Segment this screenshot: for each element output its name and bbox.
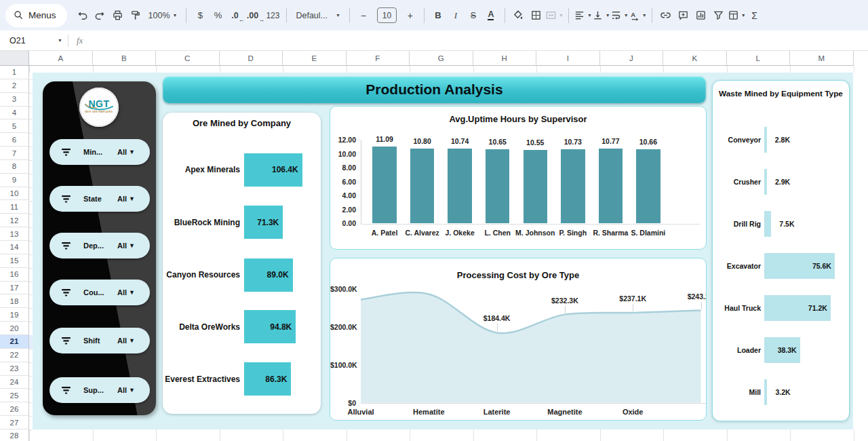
column-header-M[interactable]: M xyxy=(790,51,854,66)
row-header-2[interactable]: 2 xyxy=(0,79,29,93)
horizontal-align-button[interactable]: ▼ xyxy=(574,6,592,25)
font-family-select[interactable]: Defaul...▼ xyxy=(292,11,344,20)
waste-mined-chart[interactable]: Waste Mined by Equipment Type Conveyor 2… xyxy=(712,80,850,421)
x-axis-label: J. Okeke xyxy=(438,229,481,237)
area-series xyxy=(330,258,707,421)
column-header-L[interactable]: L xyxy=(727,51,791,66)
row-header-26[interactable]: 26 xyxy=(0,402,29,416)
row-header-6[interactable]: 6 xyxy=(0,133,29,147)
row-header-25[interactable]: 25 xyxy=(0,389,29,402)
row-header-4[interactable]: 4 xyxy=(0,107,29,120)
row-header-11[interactable]: 11 xyxy=(0,201,29,214)
row-header-5[interactable]: 5 xyxy=(0,119,29,133)
ore-mined-chart[interactable]: Ore Mined by Company Apex Minerals 106.4… xyxy=(163,113,321,414)
chart-title: Ore Mined by Company xyxy=(163,118,321,128)
column-header-K[interactable]: K xyxy=(663,51,727,66)
text-color-button[interactable]: A xyxy=(482,6,500,25)
row-header-19[interactable]: 19 xyxy=(0,308,29,322)
insert-link-button[interactable] xyxy=(657,6,675,25)
column-header-B[interactable]: B xyxy=(93,51,157,66)
filter-slicer-min[interactable]: Min... All ▼ xyxy=(50,139,150,165)
row-header-1[interactable]: 1 xyxy=(0,66,29,79)
column-header-G[interactable]: G xyxy=(410,51,473,66)
row-header-28[interactable]: 28 xyxy=(0,429,29,441)
column-header-E[interactable]: E xyxy=(283,51,347,66)
column-header-I[interactable]: I xyxy=(536,51,600,66)
fill-color-button[interactable] xyxy=(510,6,528,25)
font-size-input[interactable]: 10 xyxy=(377,7,397,23)
filter-slicer-dep[interactable]: Dep... All ▼ xyxy=(50,233,150,258)
print-button[interactable] xyxy=(109,6,127,25)
table-views-button[interactable]: ▼ xyxy=(728,6,746,25)
bar xyxy=(372,147,397,224)
create-filter-button[interactable] xyxy=(710,6,728,25)
paint-format-button[interactable] xyxy=(127,6,144,25)
select-all-corner[interactable] xyxy=(0,51,29,66)
column-header-J[interactable]: J xyxy=(600,51,664,66)
row-header-14[interactable]: 14 xyxy=(0,241,29,254)
row-header-12[interactable]: 12 xyxy=(0,214,29,227)
insert-chart-button[interactable] xyxy=(692,6,710,25)
format-percent-button[interactable]: % xyxy=(209,6,226,25)
row-header-10[interactable]: 10 xyxy=(0,187,29,201)
filter-slicer-sup[interactable]: Sup... All ▼ xyxy=(50,377,150,403)
italic-button[interactable]: I xyxy=(447,6,465,25)
row-header-21[interactable]: 21 xyxy=(0,335,29,349)
row-header-23[interactable]: 23 xyxy=(0,362,29,376)
insert-comment-button[interactable] xyxy=(675,6,692,25)
filter-label: State xyxy=(83,195,116,203)
x-axis-label: Hematite xyxy=(405,408,452,416)
bold-button[interactable]: B xyxy=(429,6,447,25)
undo-button[interactable] xyxy=(74,6,92,25)
uptime-chart[interactable]: Avg.Uptime Hours by Supervisor 12.0010.0… xyxy=(330,106,707,250)
row-header-7[interactable]: 7 xyxy=(0,147,29,160)
column-header-C[interactable]: C xyxy=(156,51,220,66)
x-axis-label: S. Dlamini xyxy=(627,229,670,237)
filter-slicer-shift[interactable]: Shift All ▼ xyxy=(50,328,150,353)
text-rotation-button[interactable]: A▼ xyxy=(629,6,647,25)
row-header-18[interactable]: 18 xyxy=(0,294,29,308)
column-header-D[interactable]: D xyxy=(220,51,283,66)
decrease-font-size-button[interactable]: − xyxy=(355,6,372,25)
row-header-16[interactable]: 16 xyxy=(0,268,29,282)
strikethrough-button[interactable]: S xyxy=(465,6,482,25)
chevron-down-icon: ▼ xyxy=(587,13,592,18)
increase-font-size-button[interactable]: + xyxy=(401,6,419,25)
row-header-17[interactable]: 17 xyxy=(0,282,29,295)
filter-slicer-cou[interactable]: Cou... All ▼ xyxy=(50,280,150,305)
filter-value: All xyxy=(117,288,127,296)
chevron-down-icon: ▼ xyxy=(129,337,135,344)
menus-button[interactable]: Menus xyxy=(5,4,67,27)
row-header-15[interactable]: 15 xyxy=(0,254,29,268)
column-header-F[interactable]: F xyxy=(347,51,410,66)
format-currency-button[interactable]: $ xyxy=(191,6,209,25)
row-header-8[interactable]: 8 xyxy=(0,160,29,174)
increase-decimal-button[interactable]: .00→ xyxy=(244,6,262,25)
row-header-20[interactable]: 20 xyxy=(0,322,29,335)
processing-cost-chart[interactable]: Processing Cost by Ore Type $300.0K$200.… xyxy=(330,258,707,421)
decrease-decimal-button[interactable]: .0← xyxy=(226,6,244,25)
filter-slicer-state[interactable]: State All ▼ xyxy=(50,186,150,212)
dashboard-title: Production Analysis xyxy=(366,81,502,98)
redo-button[interactable] xyxy=(92,6,109,25)
x-axis-label: Alluvial xyxy=(337,408,384,416)
merge-cells-button[interactable]: ▼ xyxy=(545,6,564,25)
column-header-A[interactable]: A xyxy=(29,51,93,66)
row-header-22[interactable]: 22 xyxy=(0,349,29,362)
borders-button[interactable] xyxy=(528,6,545,25)
text-wrap-button[interactable]: ▼ xyxy=(610,6,629,25)
row-header-13[interactable]: 13 xyxy=(0,227,29,241)
row-header-24[interactable]: 24 xyxy=(0,376,29,389)
column-header-H[interactable]: H xyxy=(473,51,537,66)
x-axis-label: Magnetite xyxy=(541,408,589,416)
more-formats-button[interactable]: 123 xyxy=(264,6,281,25)
google-sheets-app: Menus 100%▼ $ % .0← .00→ 123 Defaul...▼ … xyxy=(0,0,868,441)
vertical-align-button[interactable]: ▼ xyxy=(592,6,610,25)
row-header-27[interactable]: 27 xyxy=(0,416,29,429)
x-axis-label: P. Singh xyxy=(551,229,595,237)
zoom-select[interactable]: 100%▼ xyxy=(144,11,182,20)
row-header-3[interactable]: 3 xyxy=(0,93,29,107)
name-box[interactable]: O21 ▼ xyxy=(0,36,62,45)
row-header-9[interactable]: 9 xyxy=(0,174,29,187)
functions-button[interactable]: Σ xyxy=(746,6,764,25)
